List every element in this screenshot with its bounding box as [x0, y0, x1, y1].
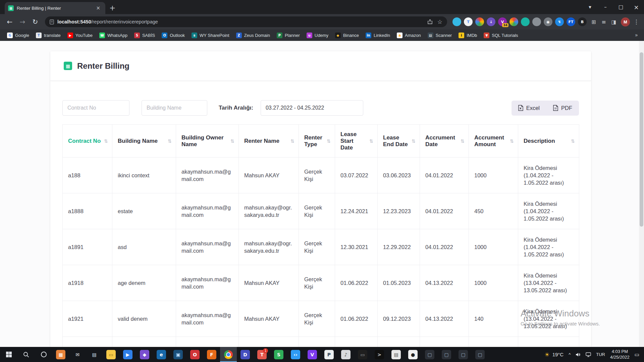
extension-icon[interactable]: ◉: [544, 17, 552, 26]
browser-tab[interactable]: ▦ Renter Billing | Renter ×: [5, 2, 105, 14]
column-header[interactable]: Accrument Amount ⇅: [469, 125, 518, 158]
volume-icon[interactable]: [576, 352, 581, 357]
bookmark-item[interactable]: ▼ SQL Tutorials: [481, 32, 521, 39]
extension-icon[interactable]: [532, 17, 541, 26]
bookmark-item[interactable]: Z Zeus Domain: [233, 32, 273, 39]
bookmark-item[interactable]: G Google: [4, 32, 32, 39]
extension-icon[interactable]: T: [464, 17, 473, 26]
forward-button[interactable]: →: [16, 16, 29, 28]
taskbar-search-button[interactable]: [17, 347, 35, 362]
column-header[interactable]: Building Owner Name ⇅: [176, 125, 239, 158]
bookmark-item[interactable]: ▶ YouTube: [64, 32, 96, 39]
contract-no-input[interactable]: [62, 100, 129, 116]
new-tab-button[interactable]: +: [109, 4, 115, 12]
back-button[interactable]: ←: [3, 16, 16, 28]
taskbar-app-icon[interactable]: ▶: [119, 347, 136, 362]
bookmark-item[interactable]: a Amazon: [394, 32, 424, 39]
taskbar-app-icon[interactable]: P: [321, 347, 337, 362]
maximize-button[interactable]: □: [613, 0, 629, 14]
tab-search-icon[interactable]: ▾: [582, 0, 598, 14]
taskbar-app-icon[interactable]: ●: [405, 347, 421, 362]
bookmark-item[interactable]: in LinkedIn: [363, 32, 393, 39]
taskbar-app-icon[interactable]: ▣: [170, 347, 186, 362]
taskbar-app-icon[interactable]: ▤: [86, 347, 103, 362]
browser-menu-icon[interactable]: ⋮: [632, 18, 641, 25]
bookmark-item[interactable]: T translate: [33, 32, 64, 39]
taskbar-app-icon[interactable]: ▤: [388, 347, 405, 362]
reading-list-icon[interactable]: ≡: [599, 17, 609, 27]
taskbar-app-icon[interactable]: e: [153, 347, 170, 362]
taskbar-app-icon[interactable]: ▢: [472, 347, 488, 362]
language-indicator[interactable]: TUR: [596, 352, 605, 357]
notification-center-icon[interactable]: ▭: [635, 352, 639, 358]
extension-icon[interactable]: [521, 17, 530, 26]
share-icon[interactable]: [427, 19, 433, 24]
column-header[interactable]: Description ⇅: [518, 125, 579, 158]
taskbar-app-icon[interactable]: ✉: [69, 347, 86, 362]
taskbar-app-icon[interactable]: F: [203, 347, 220, 362]
start-button[interactable]: [0, 347, 17, 362]
taskbar-app-icon[interactable]: ‹›: [287, 347, 304, 362]
weather-widget[interactable]: ☀ 19°C: [544, 351, 564, 358]
taskbar-app-icon[interactable]: >: [371, 347, 388, 362]
refresh-button[interactable]: ↻: [29, 16, 42, 28]
taskbar-app-icon[interactable]: D: [237, 347, 254, 362]
bookmark-star-icon[interactable]: ☆: [437, 18, 442, 25]
bookmark-item[interactable]: ▤ Scanner: [425, 32, 455, 39]
bookmark-item[interactable]: u Udemy: [304, 32, 331, 39]
taskbar-app-icon[interactable]: ▭: [103, 347, 119, 362]
column-header[interactable]: Lease Start Date ⇅: [335, 125, 378, 158]
bookmark-item[interactable]: i IMDb: [455, 32, 480, 39]
taskbar-app-icon[interactable]: S: [270, 347, 287, 362]
extension-icon[interactable]: ↯: [555, 17, 564, 26]
taskbar-chrome-icon[interactable]: [220, 347, 237, 362]
taskbar-app-icon[interactable]: ▭: [354, 347, 371, 362]
extension-icon[interactable]: [509, 17, 518, 26]
taskbar-app-icon[interactable]: ▦: [52, 347, 69, 362]
bookmark-item[interactable]: P Planner: [274, 32, 303, 39]
bookmarks-overflow-icon[interactable]: »: [633, 32, 640, 38]
extension-icon[interactable]: ↓: [487, 17, 495, 26]
taskbar-app-icon[interactable]: O: [186, 347, 203, 362]
minimize-button[interactable]: –: [598, 0, 613, 14]
column-header[interactable]: Lease End Date ⇅: [378, 125, 420, 158]
extension-icon[interactable]: FT: [567, 17, 575, 26]
building-name-input[interactable]: [142, 100, 207, 116]
extension-icon[interactable]: V 34: [498, 17, 507, 26]
close-button[interactable]: ×: [629, 0, 644, 14]
extension-icon[interactable]: B: [578, 17, 587, 26]
extension-icon[interactable]: [452, 17, 461, 26]
taskbar-app-icon[interactable]: ♪: [337, 347, 354, 362]
extension-icon[interactable]: [475, 17, 484, 26]
taskbar-app-icon[interactable]: ▢: [455, 347, 472, 362]
bookmark-item[interactable]: s WY SharePoint: [189, 32, 232, 39]
bookmark-item[interactable]: S SABİS: [131, 32, 158, 39]
network-icon[interactable]: [586, 352, 591, 357]
bookmark-item[interactable]: ☎ WhatsApp: [96, 32, 130, 39]
pdf-button[interactable]: PDF: [546, 101, 579, 116]
site-info-icon[interactable]: [50, 19, 54, 24]
address-bar[interactable]: localhost:5450/report/renterinvoicerepor…: [45, 16, 447, 27]
excel-button[interactable]: Excel: [512, 101, 546, 116]
column-header[interactable]: Accrument Date ⇅: [420, 125, 469, 158]
column-header[interactable]: Contract No ⇅: [63, 125, 112, 158]
taskbar-clock[interactable]: 4:03 PM 4/25/2022: [610, 349, 630, 360]
bookmark-item[interactable]: ◆ Binance: [332, 32, 362, 39]
column-header[interactable]: Renter Name ⇅: [239, 125, 299, 158]
taskbar-app-icon[interactable]: ▢: [438, 347, 455, 362]
bookmark-item[interactable]: O Outlook: [159, 32, 188, 39]
column-header[interactable]: Building Name ⇅: [112, 125, 176, 158]
page-scrollbar[interactable]: [639, 41, 644, 347]
cortana-button[interactable]: [35, 347, 52, 362]
column-header[interactable]: Renter Type ⇅: [299, 125, 335, 158]
taskbar-app-icon[interactable]: T 1: [254, 347, 270, 362]
date-range-input[interactable]: [261, 100, 363, 116]
taskbar-app-icon[interactable]: V: [304, 347, 321, 362]
taskbar-app-icon[interactable]: ◆: [136, 347, 153, 362]
side-panel-icon[interactable]: ◨: [609, 17, 619, 27]
tray-expand-icon[interactable]: ^: [569, 352, 571, 357]
scrollbar-thumb[interactable]: [640, 52, 643, 227]
extensions-puzzle-icon[interactable]: ⊞: [589, 17, 599, 27]
taskbar-app-icon[interactable]: ▢: [421, 347, 438, 362]
tab-close-icon[interactable]: ×: [94, 4, 102, 12]
